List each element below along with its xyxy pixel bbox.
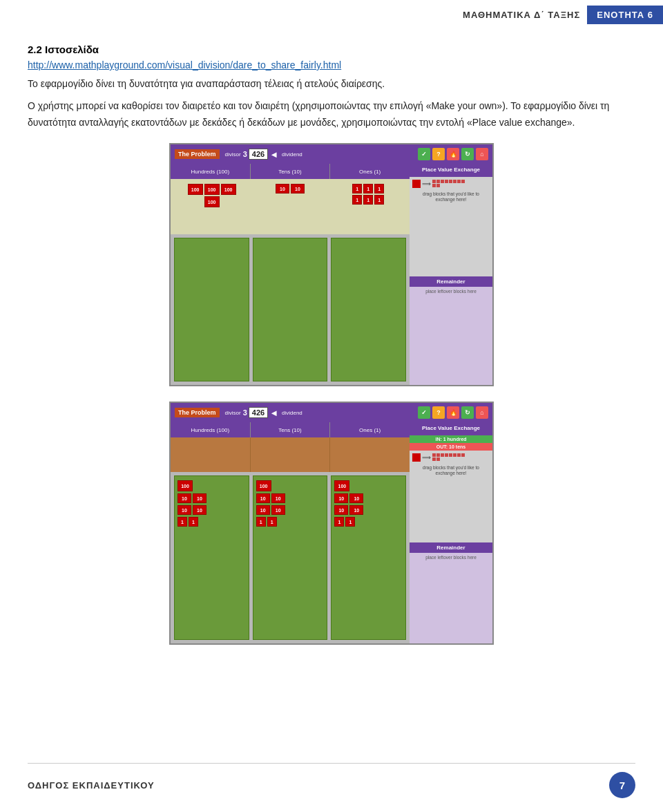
arrow-icon-2: ◄ xyxy=(269,408,278,418)
col-ones-1: Ones (1) xyxy=(330,164,410,179)
bc2-row3: 10 10 xyxy=(256,505,325,515)
app-topbar-1: The Problem divisor 3 426 ◄ dividend ✓ ?… xyxy=(171,144,492,164)
bc3-1-1: 1 xyxy=(334,517,344,527)
block-1-6: 1 xyxy=(374,195,384,205)
hundreds-blocks-1: 100 100 100 100 xyxy=(173,182,250,232)
header-badge: ΕΝΟΤΗΤΑ 6 xyxy=(587,6,663,24)
pve-dot2-7 xyxy=(457,453,461,457)
columns-header-2: Hundreds (100) Tens (10) Ones (1) xyxy=(171,422,410,437)
pve-block-1 xyxy=(412,180,421,188)
bc1-row4: 1 1 xyxy=(177,517,246,527)
pve-dot-5 xyxy=(449,180,452,183)
divisor-label-1: divisor xyxy=(225,151,241,158)
pve-dot-2 xyxy=(436,180,440,183)
bc1-row3: 10 10 xyxy=(177,505,246,515)
pve-dot-1 xyxy=(432,180,436,183)
bottom-col-2: 100 10 10 10 10 1 xyxy=(253,475,328,640)
pve-arrow-1: ⟹ xyxy=(422,180,431,187)
the-problem-label-2: The Problem xyxy=(175,408,220,417)
pve-dot2-4 xyxy=(445,453,448,457)
block-row-o2: 1 1 1 xyxy=(352,195,384,205)
block-1-5: 1 xyxy=(363,195,373,205)
question-button-1[interactable]: ? xyxy=(432,148,445,160)
app-left-2: Hundreds (100) Tens (10) Ones (1) xyxy=(171,422,410,643)
drop-col-3 xyxy=(331,238,406,381)
dividend-number-2: 426 xyxy=(249,407,268,418)
pve-exchange-area-1: ⟹ xyxy=(410,177,492,276)
fire-button-2[interactable]: 🔥 xyxy=(447,406,459,419)
block-1-4: 1 xyxy=(352,195,362,205)
block-row-t1: 10 10 xyxy=(276,184,305,193)
pve-notification-in: IN: 1 hundred xyxy=(410,435,492,443)
dividend-box-1: 426 ◄ dividend xyxy=(249,149,302,160)
pve-dot-8 xyxy=(461,180,465,183)
dividend-label-2: dividend xyxy=(282,410,302,416)
bc2-10-1: 10 xyxy=(256,493,270,503)
columns-header-1: Hundreds (100) Tens (10) Ones (1) xyxy=(171,164,410,179)
section-number: 2.2 Ιστοσελίδα xyxy=(28,44,635,55)
pve-dot2-6 xyxy=(453,453,457,457)
question-button-2[interactable]: ? xyxy=(432,406,445,419)
col-ones-2: Ones (1) xyxy=(330,422,410,437)
fire-button-1[interactable]: 🔥 xyxy=(447,148,459,160)
app-right-2: Place Value Exchange IN: 1 hundred OUT: … xyxy=(410,422,492,643)
bc2-1-1: 1 xyxy=(256,517,266,527)
refresh-button-2[interactable]: ↻ xyxy=(461,406,474,419)
pve-dot-10 xyxy=(436,184,440,187)
bc3-10-2: 10 xyxy=(349,493,363,503)
home-button-1[interactable]: ⌂ xyxy=(476,148,488,160)
block-100-3: 100 xyxy=(221,184,236,195)
col-hundreds-1: Hundreds (100) xyxy=(171,164,251,179)
pve-dot2-10 xyxy=(436,457,440,461)
block-row-h2: 100 xyxy=(204,196,220,207)
pve-dot2-9 xyxy=(432,457,436,461)
app-left-1: Hundreds (100) Tens (10) Ones (1) 100 10… xyxy=(171,164,410,385)
pve-row-2: ⟹ xyxy=(412,453,490,462)
pve-dots-1 xyxy=(432,180,467,187)
app-right-1: Place Value Exchange ⟹ xyxy=(410,164,492,385)
pve-dot-9 xyxy=(432,184,436,187)
arrow-icon-1: ◄ xyxy=(269,149,278,160)
block-100-4: 100 xyxy=(204,196,220,207)
bc2-row4: 1 1 xyxy=(256,517,325,527)
bc1-10-4: 10 xyxy=(193,505,206,515)
bc2-row2: 10 10 xyxy=(256,493,325,503)
check-button-1[interactable]: ✓ xyxy=(418,148,430,160)
pve-header-1: Place Value Exchange xyxy=(410,164,492,176)
bc1-row2: 10 10 xyxy=(177,493,246,503)
divisor-label-2: divisor xyxy=(225,410,241,416)
screenshot-1-container: The Problem divisor 3 426 ◄ dividend ✓ ?… xyxy=(28,143,635,386)
refresh-button-1[interactable]: ↻ xyxy=(461,148,474,160)
home-button-2[interactable]: ⌂ xyxy=(476,406,488,419)
pve-drop-text-2: drag blocks that you'd like to exchange … xyxy=(412,464,490,478)
paragraph-2: Ο χρήστης μπορεί να καθορίσει τον διαιρε… xyxy=(28,98,635,131)
block-100-1: 100 xyxy=(188,184,203,195)
pve-dot-4 xyxy=(445,180,448,183)
block-10-1: 10 xyxy=(276,184,289,193)
pve-exchange-area-2: ⟹ xyxy=(410,451,492,542)
col-hundreds-2: Hundreds (100) xyxy=(171,422,251,437)
check-button-2[interactable]: ✓ xyxy=(418,406,430,419)
block-row-o1: 1 1 1 xyxy=(352,184,384,193)
tens-blocks-1: 10 10 xyxy=(251,182,328,232)
url-link[interactable]: http://www.mathplayground.com/visual_div… xyxy=(28,59,635,70)
header-title: ΜΑΘΗΜΑΤΙΚΑ Δ΄ ΤΑΞΗΣ xyxy=(463,10,580,20)
pve-block-2 xyxy=(412,453,421,462)
pve-notification-out: OUT: 10 tens xyxy=(410,443,492,451)
pve-dot2-1 xyxy=(432,453,436,457)
bc1-10-1: 10 xyxy=(177,493,191,503)
block-1-2: 1 xyxy=(363,184,373,193)
pve-dot-7 xyxy=(457,180,461,183)
divisor-value-1: 3 xyxy=(243,150,247,158)
footer-text: ΟΔΗΓΟΣ ΕΚΠΑΙΔΕΥΤΙΚΟΥ xyxy=(28,780,155,791)
bc2-10-2: 10 xyxy=(271,493,285,503)
divisor-value-2: 3 xyxy=(243,408,247,417)
page-footer: ΟΔΗΓΟΣ ΕΚΠΑΙΔΕΥΤΙΚΟΥ 7 xyxy=(28,763,635,798)
brown-col-2 xyxy=(251,437,331,472)
bc1-100: 100 xyxy=(177,480,193,491)
bc2-10-3: 10 xyxy=(256,505,270,515)
pve-dot2-8 xyxy=(461,453,465,457)
brown-col-1 xyxy=(171,437,251,472)
ones-blocks-1: 1 1 1 1 1 1 xyxy=(330,182,407,232)
bc2-row1: 100 xyxy=(256,480,325,491)
